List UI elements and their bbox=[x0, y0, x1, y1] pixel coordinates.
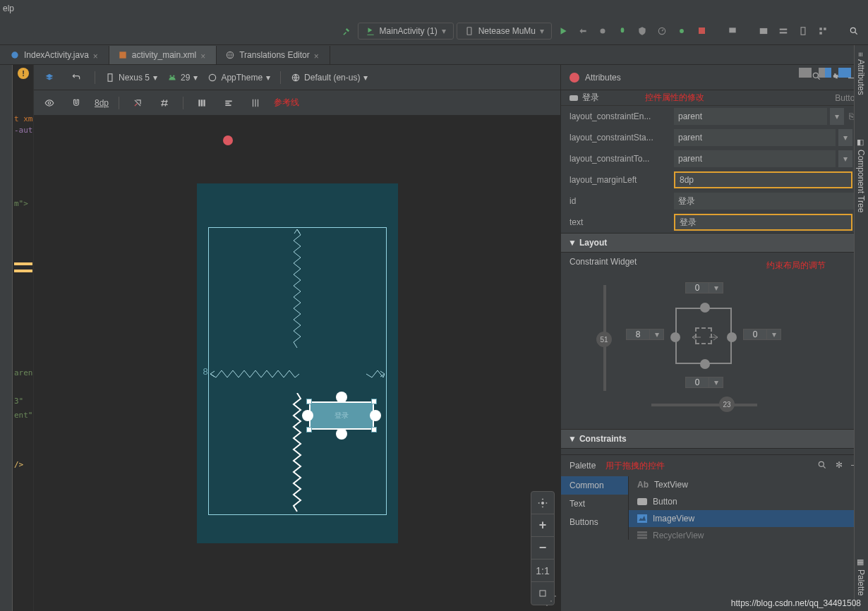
horizontal-bias-slider[interactable] bbox=[651, 404, 757, 406]
margin-left-input[interactable]: ▾ bbox=[626, 329, 664, 340]
side-tab-component-tree[interactable]: ◧ Component Tree bbox=[855, 131, 867, 219]
api-picker[interactable]: 29▾ bbox=[167, 73, 198, 83]
constraints-section-header[interactable]: ▼ Constraints bbox=[561, 429, 868, 449]
prop-input[interactable] bbox=[674, 171, 852, 188]
prop-input[interactable] bbox=[674, 129, 836, 146]
palette-item-textview[interactable]: AbTextView bbox=[629, 476, 868, 493]
infer-constraints-icon[interactable] bbox=[156, 95, 173, 111]
run-icon[interactable] bbox=[555, 23, 572, 40]
magnet-icon[interactable] bbox=[68, 95, 85, 111]
locale-picker[interactable]: Default (en-us)▾ bbox=[291, 73, 368, 83]
palette-cat-buttons[interactable]: Buttons bbox=[561, 513, 628, 531]
bug-icon[interactable] bbox=[614, 23, 631, 40]
menu-help[interactable]: elp bbox=[3, 4, 14, 13]
apply-icon[interactable] bbox=[574, 23, 591, 40]
search-icon[interactable] bbox=[817, 460, 827, 472]
constraint-box[interactable] bbox=[675, 308, 732, 364]
run-config-dropdown[interactable]: MainActivity (1) ▾ bbox=[358, 23, 454, 40]
margin-right-input[interactable]: ▾ bbox=[743, 329, 781, 340]
stop-icon[interactable] bbox=[693, 23, 710, 40]
dropdown-icon[interactable]: ▾ bbox=[838, 150, 852, 167]
selected-button[interactable]: 登录 bbox=[301, 393, 382, 438]
hammer-icon[interactable] bbox=[338, 23, 355, 40]
device-picker[interactable]: Nexus 5▾ bbox=[105, 73, 157, 83]
pack-icon[interactable] bbox=[193, 95, 210, 111]
svg-point-12 bbox=[170, 75, 171, 76]
search-icon[interactable] bbox=[845, 23, 862, 40]
align-icon[interactable] bbox=[220, 95, 237, 111]
orientation-icon[interactable] bbox=[68, 69, 85, 86]
prop-input[interactable] bbox=[674, 150, 836, 167]
svg-rect-17 bbox=[198, 99, 200, 106]
prop-input[interactable] bbox=[674, 193, 864, 210]
palette-item-button[interactable]: Button bbox=[629, 493, 868, 510]
tab-activity-main[interactable]: activity_main.xml × bbox=[109, 46, 217, 64]
guideline-icon[interactable] bbox=[247, 95, 264, 111]
warning-icon[interactable]: ! bbox=[18, 68, 29, 79]
tab-index-activity[interactable]: IndexActivity.java × bbox=[1, 46, 109, 64]
debug-attach-icon[interactable] bbox=[594, 23, 611, 40]
design-view-icon[interactable] bbox=[838, 68, 851, 78]
code-view-icon[interactable] bbox=[799, 68, 812, 78]
canvas-warning-icon[interactable] bbox=[223, 135, 233, 145]
guideline-annotation: 参考线 bbox=[274, 97, 299, 109]
zoom-fit-icon[interactable]: 1:1 bbox=[531, 559, 554, 582]
right-tool-gutter: ≡ Attributes ◧ Component Tree ▦ Palette bbox=[854, 45, 868, 610]
svg-point-23 bbox=[541, 502, 544, 504]
close-icon[interactable]: × bbox=[314, 52, 321, 59]
component-row: 登录 控件属性的修改 Button bbox=[561, 90, 868, 106]
prop-input[interactable] bbox=[674, 214, 852, 231]
android-bug-icon[interactable] bbox=[673, 23, 690, 40]
avd-icon[interactable] bbox=[724, 23, 741, 40]
prop-input[interactable] bbox=[674, 108, 827, 125]
designer-toolbar: Nexus 5▾ 29▾ AppTheme▾ Default (en-us)▾ bbox=[34, 65, 560, 90]
sync-icon[interactable] bbox=[755, 23, 772, 40]
device-mgr-icon[interactable] bbox=[795, 23, 812, 40]
clear-constraints-icon[interactable] bbox=[129, 95, 146, 111]
constraint-widget[interactable]: Constraint Widget 约束布局的调节 51 23 ▾ ▾ ▾ ▾ bbox=[561, 253, 868, 429]
zoom-out-icon[interactable]: − bbox=[531, 537, 554, 559]
coverage-icon[interactable] bbox=[634, 23, 651, 40]
device-dropdown[interactable]: Netease MuMu ▾ bbox=[457, 23, 552, 40]
design-canvas[interactable]: 8 登录 bbox=[34, 116, 560, 611]
svg-rect-31 bbox=[637, 534, 647, 536]
palette-cat-text[interactable]: Text bbox=[561, 495, 628, 513]
zoom-reset-icon[interactable] bbox=[531, 582, 554, 605]
structure-icon[interactable] bbox=[814, 23, 831, 40]
dropdown-icon[interactable]: ▾ bbox=[830, 108, 844, 125]
palette-header: Palette 用于拖拽的控件 ✻ — bbox=[561, 455, 868, 476]
default-margin[interactable]: 8dp bbox=[95, 98, 109, 108]
sdk-icon[interactable] bbox=[775, 23, 792, 40]
view-options-icon[interactable] bbox=[41, 95, 58, 111]
theme-label: AppTheme bbox=[221, 73, 263, 83]
side-tab-attributes[interactable]: ≡ Attributes bbox=[855, 45, 867, 102]
palette-cat-common[interactable]: Common bbox=[561, 476, 628, 495]
margin-top-input[interactable]: ▾ bbox=[685, 282, 723, 294]
error-icon[interactable] bbox=[569, 73, 579, 83]
pan-icon[interactable] bbox=[531, 492, 554, 514]
split-view-icon[interactable] bbox=[819, 68, 831, 78]
gear-icon[interactable]: ✻ bbox=[836, 460, 843, 472]
close-icon[interactable]: × bbox=[200, 52, 207, 59]
bias-horizontal[interactable]: 51 bbox=[596, 332, 612, 347]
tab-translations[interactable]: Translations Editor × bbox=[217, 46, 330, 64]
margin-bottom-input[interactable]: ▾ bbox=[685, 377, 723, 388]
dropdown-icon[interactable]: ▾ bbox=[838, 129, 852, 146]
side-tab-palette[interactable]: ▦ Palette bbox=[855, 550, 867, 603]
theme-picker[interactable]: AppTheme▾ bbox=[207, 73, 270, 83]
palette-item-recyclerview[interactable]: RecyclerView bbox=[629, 527, 868, 544]
palette-panel: Palette 用于拖拽的控件 ✻ — Common Text Buttons … bbox=[561, 454, 868, 540]
profiler-icon[interactable] bbox=[653, 23, 670, 40]
close-icon[interactable]: × bbox=[93, 52, 100, 59]
layout-section-header[interactable]: ▼ Layout bbox=[561, 233, 868, 253]
zoom-in-icon[interactable]: + bbox=[531, 514, 554, 537]
surface-icon[interactable] bbox=[41, 69, 58, 86]
watermark: https://blog.csdn.net/qq_34491508 bbox=[731, 598, 861, 608]
bias-vertical[interactable]: 23 bbox=[719, 397, 735, 412]
svg-rect-11 bbox=[108, 73, 112, 81]
main-area: ! t xm -aut m"> aren 3" ent" /> Nexus 5▾… bbox=[0, 65, 868, 611]
prop-constraint-end: layout_constraintEn... ▾⎘ 0 bbox=[561, 106, 868, 127]
palette-item-imageview[interactable]: ImageView⇩ bbox=[629, 510, 868, 527]
designer-toolbar-2: 8dp 参考线 bbox=[34, 90, 560, 116]
phone-viewport[interactable]: 8 登录 bbox=[208, 227, 387, 515]
